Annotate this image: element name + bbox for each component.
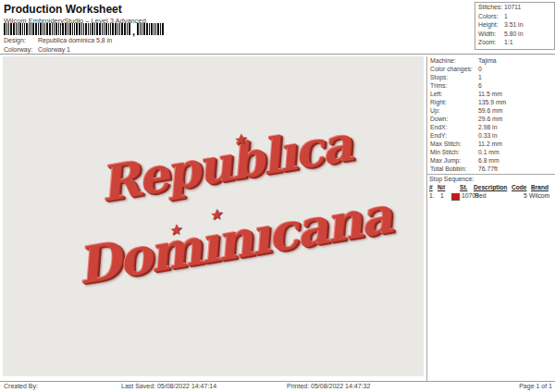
barcode-bars-group1	[4, 23, 131, 35]
info-label: Color changes:	[430, 65, 473, 73]
info-value: Tajima	[478, 56, 497, 65]
col-header-needle: N#	[438, 184, 445, 190]
info-label: Left:	[430, 90, 442, 98]
col-header-description: Description	[474, 184, 507, 190]
stat-value: 10711	[504, 3, 521, 12]
star-icon: ★	[168, 223, 182, 238]
colorway-label: Colorway:	[4, 46, 36, 53]
barcode-separator: ,	[132, 28, 135, 35]
design-barcode: ,	[4, 23, 165, 35]
stat-label: Width:	[478, 30, 496, 39]
design-text-line1: Republıca ★	[96, 119, 354, 208]
info-label: Total Bobbin:	[430, 165, 466, 173]
stat-row-colors: Colors: 1	[475, 12, 554, 21]
machine-info-panel: Machine:Tajima Color changes:0 Stops:1 T…	[429, 56, 555, 173]
stop-sequence-divider	[427, 174, 555, 175]
cell-description: Red	[475, 192, 486, 199]
page-title: Production Worksheet	[4, 3, 122, 16]
col-header-brand: Brand	[531, 184, 549, 190]
info-value: 11.2 mm	[478, 140, 502, 148]
panel-left-border	[426, 56, 427, 381]
cell-num: 1.	[429, 192, 435, 199]
design-name: Republica dominica 5,8 in	[38, 37, 112, 43]
star-icon: ★	[209, 207, 223, 222]
stat-label: Height:	[478, 20, 499, 30]
info-value: 0.1 mm	[478, 148, 500, 156]
info-label: Min Stitch:	[430, 148, 460, 156]
embroidery-design: Republıca ★ Domınıcana ★ ★	[56, 117, 389, 337]
info-value: 1	[478, 73, 482, 81]
created-by-label: Created By:	[4, 383, 38, 389]
info-value: 59.6 mm	[478, 106, 502, 115]
stat-row-stitches: Stitches: 10711	[475, 3, 554, 12]
col-header-num: #	[429, 184, 433, 190]
info-value: 0	[478, 65, 482, 73]
info-label: Up:	[430, 106, 440, 115]
stat-value: 5.80 in	[504, 30, 523, 39]
info-value: 6.8 mm	[478, 156, 500, 165]
barcode-bars-group2	[137, 23, 165, 35]
footer-divider	[0, 381, 555, 382]
last-saved-text: Last Saved: 05/08/2022 14:47:14	[121, 383, 216, 389]
design-canvas: Republıca ★ Domınıcana ★ ★	[3, 56, 424, 376]
printed-text: Printed: 05/08/2022 14:47:32	[287, 383, 370, 389]
col-header-code: Code	[512, 184, 526, 190]
info-label: Max Stitch:	[430, 140, 462, 148]
col-header-stitches: St.	[460, 184, 467, 190]
info-value: 6	[478, 81, 482, 90]
stat-value: 1	[504, 12, 508, 21]
stat-label: Zoom:	[478, 38, 496, 47]
stop-sequence-title: Stop Sequence:	[429, 176, 474, 182]
stat-label: Stitches:	[478, 3, 502, 12]
info-value: 0.33 in	[478, 131, 497, 140]
stat-value: 1:1	[504, 38, 512, 47]
info-label: Right:	[430, 98, 447, 106]
design-label: Design:	[4, 37, 36, 43]
stat-row-height: Height: 3.51 in	[475, 20, 554, 30]
info-label: Machine:	[430, 56, 456, 65]
cell-code: 5	[524, 192, 527, 199]
stat-row-width: Width: 5.80 in	[475, 30, 554, 39]
stat-row-zoom: Zoom: 1:1	[475, 38, 554, 47]
info-value: 11.5 mm	[478, 90, 502, 98]
info-value: 135.9 mm	[478, 98, 506, 106]
production-worksheet-page: Production Worksheet Wilcom EmbroiderySt…	[0, 0, 555, 392]
stat-label: Colors:	[478, 12, 499, 21]
info-label: Max Jump:	[430, 156, 461, 165]
stat-value: 3.51 in	[504, 20, 523, 30]
info-value: 2.98 in	[478, 123, 497, 131]
cell-brand: Wilcom	[529, 192, 549, 199]
info-value: 76.77ft	[478, 165, 498, 173]
star-icon: ★	[233, 132, 247, 147]
design-stats-box: Stitches: 10711 Colors: 1 Height: 3.51 i…	[475, 2, 555, 50]
colorway-meta-row: Colorway: Colorway 1	[4, 46, 70, 53]
design-meta-row: Design: Republica dominica 5,8 in	[4, 37, 112, 43]
colorway-name: Colorway 1	[38, 46, 70, 53]
cell-needle: 1	[440, 192, 444, 199]
info-label: EndX:	[430, 123, 448, 131]
info-label: Trims:	[430, 81, 448, 90]
info-label: Stops:	[430, 73, 448, 81]
info-label: Down:	[430, 115, 448, 123]
info-label: EndY:	[430, 131, 447, 140]
info-value: 29.6 mm	[478, 115, 502, 123]
thread-color-swatch	[451, 193, 460, 201]
page-number: Page 1 of 1	[519, 383, 552, 389]
header-divider	[0, 54, 555, 55]
